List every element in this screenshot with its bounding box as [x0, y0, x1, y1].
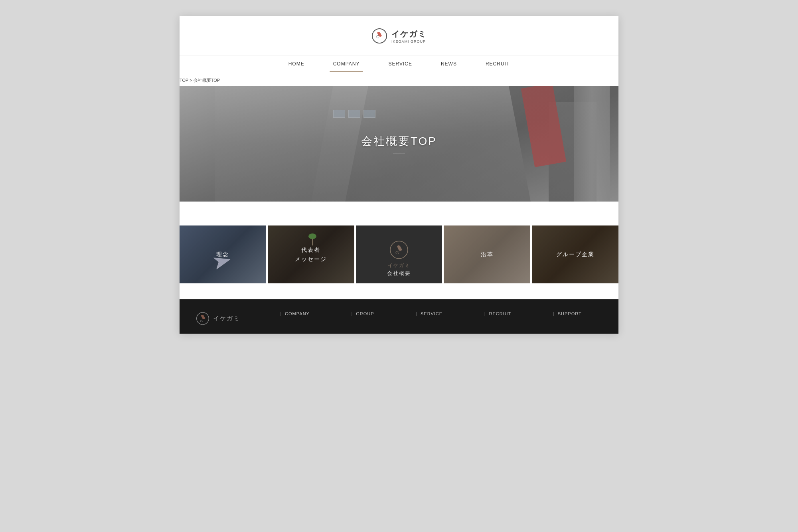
card-3-label: 会社概要 — [356, 225, 442, 283]
nav-news[interactable]: NEWS — [427, 55, 471, 72]
hero-divider — [393, 154, 405, 154]
card-5-label: グループ企業 — [532, 225, 618, 283]
logo-icon: G — [371, 28, 387, 44]
nav-company[interactable]: COMPANY — [319, 55, 374, 72]
card-section: 理念 代表者 メッセージ — [180, 202, 618, 299]
hero-title: 会社概要TOP — [361, 134, 437, 149]
card-group[interactable]: グループ企業 — [532, 225, 618, 283]
main-nav: HOME COMPANY SERVICE NEWS RECRUIT — [180, 55, 618, 72]
hero-content: 会社概要TOP — [361, 134, 437, 154]
card-message[interactable]: 代表者 メッセージ — [268, 225, 354, 283]
logo-subtitle: IKEGAMI GROUP — [391, 40, 426, 44]
card-kaisha[interactable]: G イケガミ 会社概要 — [356, 225, 442, 283]
logo-area[interactable]: G イケガミ IKEGAMI GROUP — [371, 28, 427, 44]
footer-nav-recruit[interactable]: RECRUIT — [484, 311, 512, 316]
nav-service[interactable]: SERVICE — [374, 55, 426, 72]
footer-logo: G イケガミ — [196, 311, 259, 326]
footer-logo-icon: G — [196, 311, 210, 326]
logo-text: イケガミ IKEGAMI GROUP — [391, 29, 427, 44]
footer-nav-company[interactable]: COMPANY — [280, 311, 310, 316]
logo-katakana: イケガミ — [391, 29, 427, 40]
card-grid: 理念 代表者 メッセージ — [180, 225, 618, 283]
main-content: TOP > 会社概要TOP 会社概要 — [180, 72, 618, 299]
card-4-label: 沿革 — [444, 225, 530, 283]
footer-logo-katakana: イケガミ — [213, 315, 240, 322]
card-enkaku[interactable]: 沿革 — [444, 225, 530, 283]
header: G イケガミ IKEGAMI GROUP HOME COMPANY SERVIC… — [180, 16, 618, 72]
nav-recruit[interactable]: RECRUIT — [471, 55, 524, 72]
footer: G イケガミ COMPANY GROUP SERVICE RECRUIT SUP… — [180, 299, 618, 334]
footer-nav-group[interactable]: GROUP — [351, 311, 374, 316]
page-wrapper: G イケガミ IKEGAMI GROUP HOME COMPANY SERVIC… — [180, 16, 618, 334]
footer-nav-service[interactable]: SERVICE — [416, 311, 442, 316]
svg-text:G: G — [376, 35, 379, 39]
footer-nav: COMPANY GROUP SERVICE RECRUIT SUPPORT — [259, 311, 602, 316]
hero-image: 会社概要TOP — [180, 86, 618, 202]
card-2-label: 代表者 メッセージ — [268, 225, 354, 283]
breadcrumb: TOP > 会社概要TOP — [180, 74, 220, 87]
footer-nav-support[interactable]: SUPPORT — [553, 311, 582, 316]
svg-text:G: G — [200, 319, 203, 323]
card-1-label: 理念 — [180, 225, 266, 283]
nav-home[interactable]: HOME — [274, 55, 319, 72]
card-rinen[interactable]: 理念 — [180, 225, 266, 283]
breadcrumb-wrap: TOP > 会社概要TOP — [180, 72, 618, 86]
